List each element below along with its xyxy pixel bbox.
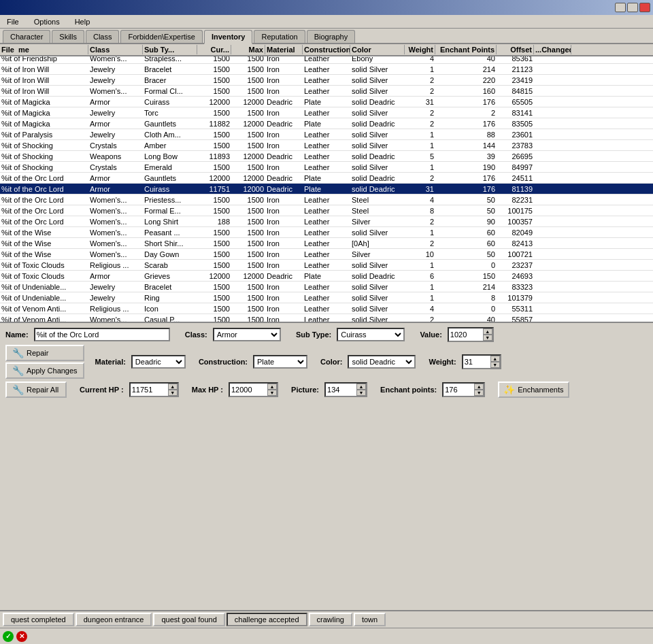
table-row[interactable]: %it of the Orc LordWomen's...Formal E...… bbox=[0, 205, 653, 216]
picture-input[interactable] bbox=[326, 384, 356, 396]
weight-up[interactable]: ▲ bbox=[490, 356, 500, 362]
tab-dungeon-entrance[interactable]: dungeon entrance bbox=[76, 613, 152, 626]
maxhp-spinner[interactable]: ▲ ▼ bbox=[229, 382, 278, 397]
tab-skills[interactable]: Skills bbox=[52, 30, 84, 43]
header-offset[interactable]: Offset bbox=[497, 45, 534, 54]
tab-inventory[interactable]: Inventory bbox=[204, 30, 253, 44]
value-input[interactable] bbox=[449, 328, 483, 341]
cell-subty: Peasant ... bbox=[143, 228, 197, 237]
enchantpoints-up[interactable]: ▲ bbox=[474, 384, 484, 390]
table-row[interactable]: %it of Toxic CloudsReligious ...Scarab15… bbox=[0, 260, 653, 271]
weight-input[interactable] bbox=[463, 356, 490, 368]
maxhp-up[interactable]: ▲ bbox=[267, 384, 277, 390]
construction-select[interactable]: PlateLeather bbox=[253, 355, 307, 369]
table-row[interactable]: %it of Iron WillWomen's...Formal Cl...15… bbox=[0, 86, 653, 97]
weight-spinner[interactable]: ▲ ▼ bbox=[462, 354, 501, 369]
tab-reputation[interactable]: Reputation bbox=[254, 30, 305, 43]
currenthp-spinner[interactable]: ▲ ▼ bbox=[129, 382, 179, 397]
currenthp-input[interactable] bbox=[131, 384, 168, 396]
tab-forbidden-expertise[interactable]: Forbidden\Expertise bbox=[120, 30, 202, 43]
apply-changes-button[interactable]: 🔧 Apply Changes bbox=[5, 362, 84, 379]
tab-town[interactable]: town bbox=[354, 613, 386, 626]
table-row[interactable]: %it of Iron WillJewelryBracer15001500Iro… bbox=[0, 75, 653, 86]
header-max[interactable]: Max bbox=[231, 45, 265, 54]
material-select[interactable]: DeadricIronSteel bbox=[131, 355, 186, 369]
color-select[interactable]: solid Deadricsolid Silver bbox=[348, 355, 416, 369]
tab-class[interactable]: Class bbox=[86, 30, 120, 43]
repair-button[interactable]: 🔧 Repair bbox=[5, 345, 84, 361]
table-row[interactable]: %it of Undeniable...JewelryBracelet15001… bbox=[0, 282, 653, 292]
picture-up[interactable]: ▲ bbox=[356, 384, 366, 390]
table-row[interactable]: %it of FriendshipWomen's...Strapless...1… bbox=[0, 56, 653, 64]
maxhp-input[interactable] bbox=[230, 384, 267, 396]
table-row[interactable]: %it of MagickaJewelryTorc15001500IronLea… bbox=[0, 107, 653, 118]
table-row[interactable]: %it of the Orc LordWomen's...Long Shirt1… bbox=[0, 216, 653, 227]
inventory-table[interactable]: %it of Far SilenceArmorKite Shield120001… bbox=[0, 56, 653, 322]
header-enchant[interactable]: Enchant Points bbox=[435, 45, 497, 54]
currenthp-up[interactable]: ▲ bbox=[168, 384, 178, 390]
enchanments-button[interactable]: ✨ Enchanments bbox=[498, 382, 569, 398]
table-row[interactable]: %it of ParalysisJewelryCloth Am...150015… bbox=[0, 129, 653, 140]
table-row[interactable]: %it of the WiseWomen's...Peasant ...1500… bbox=[0, 227, 653, 238]
table-row[interactable]: %it of Venom Anti...Religious ...Icon150… bbox=[0, 303, 653, 314]
cell-color: solid Deadric bbox=[350, 152, 405, 160]
header-weight[interactable]: Weight bbox=[405, 45, 435, 54]
menu-help[interactable]: Help bbox=[71, 16, 95, 27]
currenthp-down[interactable]: ▼ bbox=[168, 390, 178, 396]
cell-cur: 1500 bbox=[197, 196, 231, 204]
cell-mat: Iron bbox=[265, 305, 303, 313]
table-row[interactable]: %it of the Orc LordWomen's...Priestess..… bbox=[0, 194, 653, 205]
tab-biography[interactable]: Biography bbox=[307, 30, 356, 43]
table-row[interactable]: %it of the Orc LordArmorCuirass117511200… bbox=[0, 184, 653, 194]
tab-quest-goal-found[interactable]: quest goal found bbox=[153, 613, 224, 626]
header-class[interactable]: Class bbox=[88, 45, 143, 54]
maxhp-down[interactable]: ▼ bbox=[267, 390, 277, 396]
cell-max: 1500 bbox=[231, 250, 265, 258]
minimize-button[interactable] bbox=[615, 3, 626, 12]
value-down[interactable]: ▼ bbox=[483, 335, 492, 341]
tab-quest-completed[interactable]: quest completed bbox=[3, 613, 74, 626]
table-row[interactable]: %it of the WiseWomen's...Day Gown1500150… bbox=[0, 249, 653, 260]
header-subtype[interactable]: Sub Ty... bbox=[143, 45, 197, 54]
table-row[interactable]: %it of MagickaArmorGauntlets1188212000De… bbox=[0, 118, 653, 129]
value-spinner[interactable]: ▲ ▼ bbox=[448, 327, 494, 342]
menu-file[interactable]: File bbox=[3, 16, 23, 27]
table-row[interactable]: %it of MagickaArmorCuirass1200012000Dead… bbox=[0, 97, 653, 107]
header-cur[interactable]: Cur... bbox=[197, 45, 231, 54]
tab-character[interactable]: Character bbox=[3, 30, 50, 43]
enchantpoints-spinner[interactable]: ▲ ▼ bbox=[442, 382, 485, 397]
enchantpoints-down[interactable]: ▼ bbox=[474, 390, 484, 396]
header-material[interactable]: Material bbox=[265, 45, 303, 54]
table-row[interactable]: %it of ShockingCrystalsEmerald15001500Ir… bbox=[0, 162, 653, 173]
header-construction[interactable]: Construction bbox=[303, 45, 350, 54]
class-select[interactable]: ArmorJewelryWeaponsCrystals bbox=[213, 328, 281, 341]
weight-down[interactable]: ▼ bbox=[490, 362, 500, 368]
cell-subty: Long Bow bbox=[143, 152, 197, 160]
value-up[interactable]: ▲ bbox=[483, 328, 492, 335]
maximize-button[interactable] bbox=[627, 3, 638, 12]
close-button[interactable] bbox=[639, 3, 650, 12]
subtype-select[interactable]: CuirassGauntlets bbox=[337, 328, 405, 341]
table-row[interactable]: %it of Venom Anti...Women's...Casual P..… bbox=[0, 314, 653, 322]
star-icon: ✨ bbox=[503, 384, 515, 395]
cell-weight: 2 bbox=[405, 316, 435, 322]
table-row[interactable]: %it of the Orc LordArmorGauntlets1200012… bbox=[0, 173, 653, 184]
picture-spinner[interactable]: ▲ ▼ bbox=[324, 382, 367, 397]
repair-all-button[interactable]: 🔧 Repair All bbox=[5, 382, 67, 398]
name-field[interactable] bbox=[34, 328, 170, 341]
picture-down[interactable]: ▼ bbox=[356, 390, 366, 396]
header-file[interactable]: File me bbox=[0, 45, 88, 54]
table-row[interactable]: %it of Undeniable...JewelryRing15001500I… bbox=[0, 292, 653, 303]
table-row[interactable]: %it of ShockingCrystalsAmber15001500Iron… bbox=[0, 140, 653, 151]
header-changed[interactable]: ...Changed bbox=[534, 45, 571, 54]
table-row[interactable]: %it of Iron WillJewelryBracelet15001500I… bbox=[0, 64, 653, 75]
table-row[interactable]: %it of ShockingWeaponsLong Bow1189312000… bbox=[0, 151, 653, 162]
enchantpoints-input[interactable] bbox=[443, 384, 474, 396]
table-row[interactable]: %it of Toxic CloudsArmorGrieves120001200… bbox=[0, 271, 653, 282]
tab-challenge-accepted[interactable]: challenge accepted bbox=[227, 613, 307, 626]
cell-mat: Iron bbox=[265, 228, 303, 237]
menu-options[interactable]: Options bbox=[30, 16, 64, 27]
table-row[interactable]: %it of the WiseWomen's...Short Shir...15… bbox=[0, 238, 653, 249]
header-color[interactable]: Color bbox=[350, 45, 405, 54]
tab-crawling[interactable]: crawling bbox=[309, 613, 352, 626]
